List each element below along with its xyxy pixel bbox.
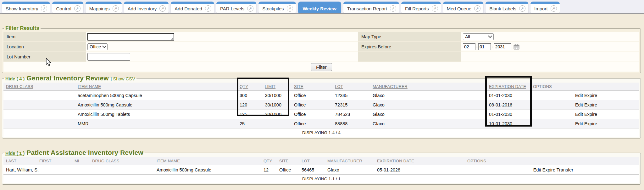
calendar-icon[interactable]	[514, 44, 519, 50]
cell-limit	[265, 119, 291, 128]
date-separator: -	[491, 44, 493, 50]
popout-icon[interactable]: ↗	[287, 5, 293, 12]
pagination-row: DISPLAYING 1-4 / 4	[3, 128, 639, 137]
location-select[interactable]: Office	[87, 43, 108, 50]
popout-icon[interactable]: ↗	[159, 5, 166, 12]
show-csv-link[interactable]: Show CSV	[113, 76, 135, 81]
tab-label: Control	[56, 6, 71, 11]
tab-fill-reports[interactable]: Fill Reports↗	[401, 2, 441, 13]
col-manufacturer: MANUFACTURER	[325, 157, 375, 165]
row-actions[interactable]: Edit Expire	[530, 91, 639, 100]
map-type-value: All	[465, 34, 470, 39]
tab-par-levels[interactable]: PAR Levels↗	[216, 2, 256, 13]
cell-expiration-date: 01-01-2030	[483, 110, 530, 119]
item-input[interactable]	[87, 33, 174, 41]
cell-lot: 56465	[299, 165, 325, 175]
tab-label: Weekly Review	[303, 6, 336, 11]
cell-manufacturer: Glaxo	[370, 110, 483, 119]
cell-lot: 12345	[332, 91, 370, 100]
tab-weekly-review[interactable]: Weekly Review	[298, 2, 341, 13]
tab-med-queue[interactable]: Med Queue↗	[443, 2, 483, 13]
tab-blank-labels[interactable]: Blank Labels↗	[486, 2, 528, 13]
cell-qty: 25	[237, 119, 265, 128]
col-options: OPTIONS	[530, 83, 639, 91]
table-row: Hart, William, S. Amoxicillin 500mg Caps…	[3, 165, 639, 175]
lot-number-input[interactable]	[87, 53, 130, 61]
tab-mappings[interactable]: Mappings↗	[86, 2, 122, 13]
expires-month-input[interactable]	[463, 43, 475, 50]
tab-label: Add Inventory	[128, 6, 157, 11]
cell-manufacturer: Glaxo	[370, 100, 483, 110]
popout-icon[interactable]: ↗	[519, 5, 525, 12]
filter-row-lot: Lot Number	[3, 52, 639, 62]
tab-label: Mappings	[89, 6, 110, 11]
col-drug-class: DRUG CLASS	[90, 157, 154, 165]
general-section-title: General Inventory Review	[26, 74, 109, 82]
tab-transaction-report[interactable]: Transaction Report↗	[343, 2, 399, 13]
cell-lot: 784523	[332, 110, 370, 119]
date-separator: -	[476, 44, 478, 50]
chevron-down-icon	[488, 34, 492, 38]
col-manufacturer: MANUFACTURER	[370, 83, 483, 91]
popout-icon[interactable]: ↗	[205, 5, 211, 12]
popout-icon[interactable]: ↗	[432, 5, 438, 12]
cell-qty: 300	[237, 91, 265, 100]
cell-item-name: Amoxicillin 500mg Tablets	[75, 110, 237, 119]
col-first: FIRST	[37, 157, 72, 165]
filter-row-location: Location Office Expires Before - -	[3, 42, 639, 52]
tab-label: Fill Reports	[405, 6, 429, 11]
expires-year-input[interactable]	[494, 43, 511, 50]
row-actions[interactable]: Edit Expire	[530, 100, 639, 110]
cell-site: Office	[277, 165, 299, 175]
col-qty: QTY	[261, 157, 277, 165]
col-mi: MI	[72, 157, 90, 165]
tab-add-inventory[interactable]: Add Inventory↗	[124, 2, 169, 13]
tab-stockpiles[interactable]: Stockpiles↗	[258, 2, 296, 13]
popout-icon[interactable]: ↗	[390, 5, 396, 12]
tab-import[interactable]: Import↗	[530, 2, 560, 13]
popout-icon[interactable]: ↗	[551, 5, 557, 12]
table-row: MMR 25 Office 88888 Glaxo 10-01-2030 Edi…	[3, 119, 639, 128]
patient-hide-link[interactable]: Hide ( 1 )	[5, 151, 25, 156]
tab-label: Transaction Report	[347, 6, 387, 11]
tab-label: Med Queue	[447, 6, 471, 11]
patient-assistance-table: LAST FIRST MI DRUG CLASS ITEM NAME QTY S…	[3, 157, 639, 183]
col-site: SITE	[291, 83, 332, 91]
cell-item-name: Amoxicillin 500mg Capsule	[75, 100, 237, 110]
popout-icon[interactable]: ↗	[41, 5, 47, 12]
tab-add-donated[interactable]: Add Donated↗	[171, 2, 214, 13]
tab-control[interactable]: Control↗	[52, 2, 83, 13]
cell-manufacturer: Glaxo	[370, 119, 483, 128]
row-actions[interactable]: Edit Expire	[530, 119, 639, 128]
col-lot: LOT	[299, 157, 325, 165]
col-lot: LOT	[332, 83, 370, 91]
table-row: Amoxicillin 500mg Tablets 125 30/1000 Of…	[3, 110, 639, 119]
col-limit: LIMIT	[265, 83, 291, 91]
popout-icon[interactable]: ↗	[474, 5, 480, 12]
popout-icon[interactable]: ↗	[74, 5, 80, 12]
col-expiration-date: EXPIRATION DATE	[375, 157, 465, 165]
cell-site: Office	[291, 119, 332, 128]
map-type-select[interactable]: All	[463, 33, 494, 40]
displaying-count: DISPLAYING 1-4 / 4	[3, 128, 639, 137]
col-last: LAST	[3, 157, 37, 165]
pagination-row: DISPLAYING 1-1 / 1	[3, 175, 639, 183]
tab-show-inventory[interactable]: Show Inventory↗	[2, 2, 50, 13]
cell-expiration-date: 01-01-2030	[483, 91, 530, 100]
expires-day-input[interactable]	[478, 43, 491, 50]
row-actions[interactable]: Edit Expire	[530, 110, 639, 119]
row-actions[interactable]: Edit Expire Transfer	[465, 165, 639, 175]
col-site: SITE	[277, 157, 299, 165]
empty-label-cell	[358, 52, 461, 62]
tab-label: PAR Levels	[220, 6, 244, 11]
cell-limit: 30/1000	[265, 110, 291, 119]
popout-icon[interactable]: ↗	[247, 5, 253, 12]
popout-icon[interactable]: ↗	[113, 5, 119, 12]
cell-site: Office	[291, 110, 332, 119]
general-hide-link[interactable]: Hide ( 4 )	[5, 76, 25, 81]
table-header-row: LAST FIRST MI DRUG CLASS ITEM NAME QTY S…	[3, 157, 639, 165]
filter-button[interactable]: Filter	[311, 63, 332, 71]
resize-grip-icon[interactable]	[171, 37, 173, 40]
col-item-name: ITEM NAME	[154, 157, 261, 165]
expires-before-label: Expires Before	[358, 42, 461, 52]
